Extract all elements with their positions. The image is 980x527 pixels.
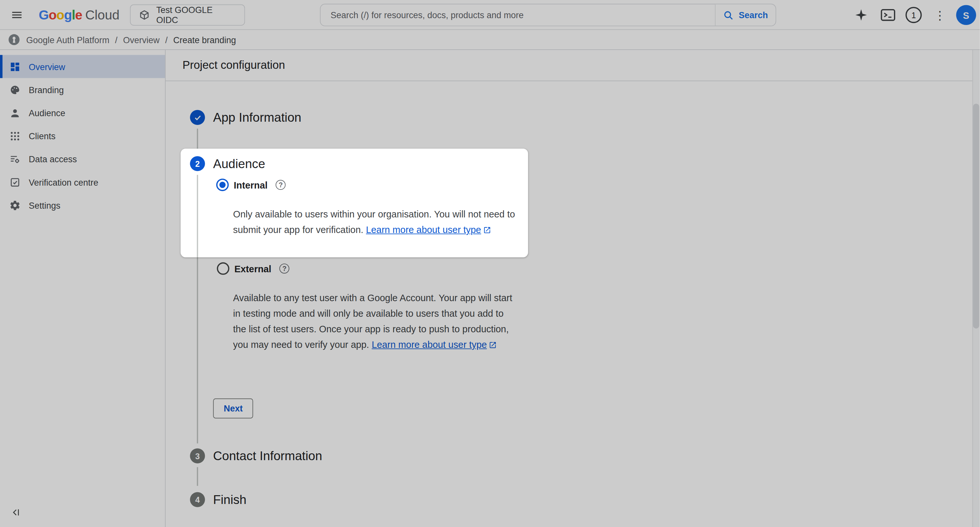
search-box: Search — [320, 4, 776, 26]
learn-more-link[interactable]: Learn more about user type — [372, 339, 487, 350]
step-complete-check-icon — [190, 110, 205, 125]
avatar-initial: S — [963, 10, 969, 21]
step-badge: 2 — [190, 156, 205, 171]
overview-icon — [10, 61, 21, 72]
stepper-connector — [197, 175, 198, 257]
next-button[interactable]: Next — [213, 398, 253, 419]
breadcrumb-item[interactable]: Google Auth Platform — [26, 35, 110, 45]
sidebar-item-label: Data access — [29, 154, 77, 164]
scrollbar-thumb[interactable] — [973, 103, 979, 329]
step-badge: 3 — [190, 448, 205, 464]
audience-spotlight-card: 2 Audience Internal ? Only available to … — [181, 149, 528, 257]
step-label: Audience — [213, 156, 265, 171]
top-bar: Google Cloud Test GOOGLE OIDC Search — [0, 0, 980, 30]
internal-description: Only available to users within your orga… — [233, 206, 515, 238]
sidebar-item-settings[interactable]: Settings — [0, 194, 165, 217]
gear-icon — [10, 200, 21, 211]
stepper-connector — [197, 467, 198, 486]
search-button-label: Search — [739, 10, 768, 20]
sidebar-item-verification-centre[interactable]: Verification centre — [0, 170, 165, 194]
stepper-connector — [197, 257, 198, 444]
logo-letter: G — [39, 8, 48, 22]
search-icon — [723, 10, 734, 21]
google-auth-platform-icon — [8, 33, 21, 46]
sidebar: Overview Branding Audience Clients — [0, 50, 165, 527]
sidebar-item-label: Overview — [29, 62, 65, 72]
open-in-new-icon — [483, 223, 491, 238]
logo-letter: o — [49, 8, 57, 22]
breadcrumb-item-current: Create branding — [173, 35, 236, 45]
sidebar-item-data-access[interactable]: Data access — [0, 147, 165, 170]
main-content: Project configuration App Information 2 … — [165, 50, 980, 527]
google-cloud-logo: Google Cloud — [39, 0, 119, 30]
breadcrumb: Google Auth Platform / Overview / Create… — [0, 30, 980, 50]
person-icon — [10, 107, 21, 119]
hamburger-menu-icon[interactable] — [9, 8, 25, 22]
internal-radio-label: Internal — [234, 179, 267, 190]
breadcrumb-separator: / — [165, 35, 167, 45]
sidebar-item-branding[interactable]: Branding — [0, 78, 165, 101]
scrollbar-track[interactable] — [972, 50, 980, 527]
sidebar-item-label: Verification centre — [29, 177, 99, 187]
cloud-shell-icon[interactable] — [881, 9, 896, 21]
palette-icon — [10, 84, 21, 95]
help-icon[interactable]: ? — [280, 264, 290, 273]
step-finish: 4 Finish — [190, 491, 247, 508]
search-input[interactable] — [320, 4, 715, 25]
collapse-nav-icon[interactable] — [8, 505, 22, 519]
sidebar-item-label: Settings — [29, 200, 60, 210]
sidebar-item-label: Branding — [29, 85, 64, 95]
step-contact-information: 3 Contact Information — [190, 447, 322, 465]
learn-more-link[interactable]: Learn more about user type — [366, 224, 481, 235]
step-audience: 2 Audience — [190, 155, 265, 172]
breadcrumb-separator: / — [115, 35, 117, 45]
logo-cloud-text: Cloud — [85, 8, 119, 22]
sidebar-item-label: Audience — [29, 108, 65, 118]
overflow-menu-icon[interactable]: ⋮ — [935, 8, 944, 22]
step-app-information: App Information — [190, 109, 301, 126]
verified-check-icon — [10, 176, 21, 188]
external-option-row[interactable]: External ? — [217, 261, 290, 276]
gemini-sparkle-icon[interactable] — [854, 8, 869, 22]
page-header: Project configuration — [165, 50, 980, 81]
search-button[interactable]: Search — [715, 4, 776, 25]
notifications-badge[interactable]: 1 — [906, 7, 922, 23]
project-name: Test GOOGLE OIDC — [156, 5, 236, 25]
step-label: Contact Information — [213, 449, 322, 463]
google-cloud-console: Google Cloud Test GOOGLE OIDC Search — [0, 0, 980, 527]
external-description: Available to any test user with a Google… — [233, 290, 515, 353]
sidebar-item-clients[interactable]: Clients — [0, 124, 165, 147]
help-icon[interactable]: ? — [276, 180, 286, 190]
notification-count: 1 — [912, 10, 916, 20]
sidebar-item-audience[interactable]: Audience — [0, 101, 165, 124]
sidebar-item-label: Clients — [29, 131, 56, 141]
logo-letter: o — [57, 8, 64, 22]
logo-letter: e — [75, 8, 82, 22]
step-badge: 4 — [190, 492, 205, 507]
open-in-new-icon — [489, 338, 497, 353]
project-icon — [138, 10, 150, 21]
list-settings-icon — [10, 153, 21, 165]
internal-radio[interactable] — [216, 178, 229, 191]
apps-grid-icon — [10, 130, 21, 141]
internal-option-row[interactable]: Internal ? — [216, 178, 286, 192]
page-title: Project configuration — [183, 59, 285, 72]
step-label: Finish — [213, 492, 247, 506]
project-selector[interactable]: Test GOOGLE OIDC — [130, 4, 245, 25]
breadcrumb-item[interactable]: Overview — [123, 35, 159, 45]
external-radio[interactable] — [217, 262, 229, 275]
stepper-connector — [197, 129, 198, 149]
logo-letter: l — [72, 8, 75, 22]
logo-letter: g — [64, 8, 72, 22]
account-avatar[interactable]: S — [956, 5, 976, 25]
external-radio-label: External — [234, 263, 272, 274]
sidebar-item-overview[interactable]: Overview — [0, 55, 165, 78]
step-label: App Information — [213, 110, 301, 125]
